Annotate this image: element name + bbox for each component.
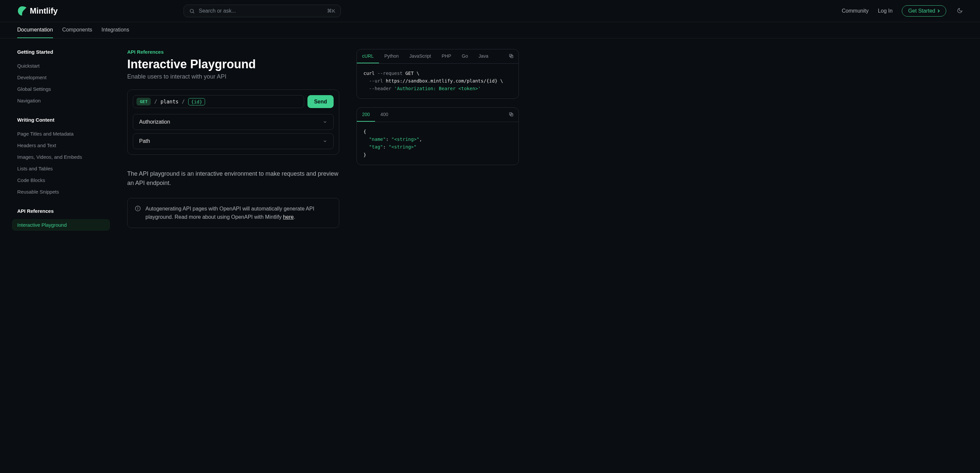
sidebar-heading: Writing Content xyxy=(17,117,110,123)
tab-python[interactable]: Python xyxy=(379,49,404,63)
page-title: Interactive Playground xyxy=(127,57,339,71)
response-code: { "name": "<string>", "tag": "<string>" … xyxy=(357,122,519,164)
tab-200[interactable]: 200 xyxy=(357,108,375,122)
response-code-block: 200 400 { "name": "<string>", "tag": "<s… xyxy=(356,107,519,165)
get-started-button[interactable]: Get Started xyxy=(902,5,946,17)
sidebar: Getting Started Quickstart Development G… xyxy=(17,49,110,241)
copy-icon xyxy=(509,53,514,59)
path-slash: / xyxy=(182,99,185,105)
copy-icon xyxy=(509,112,514,117)
copy-button[interactable] xyxy=(509,53,514,60)
header-nav: Community Log In Get Started xyxy=(842,5,963,17)
chevron-right-icon xyxy=(937,9,940,13)
main-content: API References Interactive Playground En… xyxy=(127,49,339,241)
sidebar-item-navigation[interactable]: Navigation xyxy=(17,95,110,107)
sidebar-item-development[interactable]: Development xyxy=(17,72,110,83)
sidebar-heading: Getting Started xyxy=(17,49,110,55)
breadcrumb[interactable]: API References xyxy=(127,49,339,55)
response-tabs: 200 400 xyxy=(357,108,519,122)
url-bar[interactable]: GET / plants / {id} xyxy=(133,95,304,108)
chevron-down-icon xyxy=(323,139,327,143)
svg-point-0 xyxy=(190,9,194,12)
sidebar-section-writing-content: Writing Content Page Titles and Metadata… xyxy=(17,117,110,197)
search-icon xyxy=(189,8,195,14)
sidebar-section-api-references: API References Interactive Playground xyxy=(17,208,110,231)
section-label: Authorization xyxy=(139,119,170,125)
copy-button[interactable] xyxy=(509,112,514,118)
info-icon xyxy=(135,205,141,212)
path-resource: plants xyxy=(161,99,178,105)
moon-icon xyxy=(957,8,963,14)
login-link[interactable]: Log In xyxy=(878,8,892,14)
callout-text: Autogenerating API pages with OpenAPI wi… xyxy=(145,205,332,221)
request-code-block: cURL Python JavaScript PHP Go Java curl … xyxy=(356,49,519,99)
sidebar-heading: API References xyxy=(17,208,110,214)
playground-request-row: GET / plants / {id} Send xyxy=(133,95,334,108)
header: Mintlify ⌘K Community Log In Get Started xyxy=(0,0,980,22)
path-slash: / xyxy=(154,99,157,105)
sidebar-item-lists[interactable]: Lists and Tables xyxy=(17,163,110,174)
tab-components[interactable]: Components xyxy=(62,22,92,38)
path-param-id[interactable]: {id} xyxy=(188,98,205,105)
chevron-down-icon xyxy=(323,119,327,124)
tab-javascript[interactable]: JavaScript xyxy=(404,49,436,63)
request-code: curl --request GET \ --url https://sandb… xyxy=(357,64,519,99)
callout-link[interactable]: here xyxy=(283,214,294,220)
logo-icon xyxy=(17,6,27,16)
svg-point-4 xyxy=(138,207,138,207)
nav-tabs: Documentation Components Integrations xyxy=(0,22,980,38)
sidebar-item-code-blocks[interactable]: Code Blocks xyxy=(17,174,110,186)
sidebar-item-images[interactable]: Images, Videos, and Embeds xyxy=(17,151,110,163)
logo[interactable]: Mintlify xyxy=(17,6,58,16)
sidebar-item-reusable-snippets[interactable]: Reusable Snippets xyxy=(17,186,110,197)
sidebar-item-interactive-playground[interactable]: Interactive Playground xyxy=(12,219,110,231)
request-tabs: cURL Python JavaScript PHP Go Java xyxy=(357,49,519,64)
sidebar-item-headers[interactable]: Headers and Text xyxy=(17,140,110,151)
theme-toggle[interactable] xyxy=(957,8,963,14)
section-path[interactable]: Path xyxy=(133,133,334,149)
sidebar-item-global-settings[interactable]: Global Settings xyxy=(17,83,110,95)
sidebar-item-page-titles[interactable]: Page Titles and Metadata xyxy=(17,128,110,140)
code-panel: cURL Python JavaScript PHP Go Java curl … xyxy=(356,49,519,241)
tab-integrations[interactable]: Integrations xyxy=(101,22,129,38)
sidebar-section-getting-started: Getting Started Quickstart Development G… xyxy=(17,49,110,107)
cta-label: Get Started xyxy=(908,8,935,14)
page-subtitle: Enable users to interact with your API xyxy=(127,73,339,80)
community-link[interactable]: Community xyxy=(842,8,869,14)
search-input[interactable] xyxy=(199,8,323,14)
sidebar-item-quickstart[interactable]: Quickstart xyxy=(17,60,110,72)
info-callout: Autogenerating API pages with OpenAPI wi… xyxy=(127,198,339,228)
playground-card: GET / plants / {id} Send Authorization P… xyxy=(127,89,339,155)
brand-name: Mintlify xyxy=(30,6,58,16)
tab-curl[interactable]: cURL xyxy=(357,49,379,63)
section-label: Path xyxy=(139,138,150,144)
section-authorization[interactable]: Authorization xyxy=(133,114,334,130)
search-box[interactable]: ⌘K xyxy=(183,5,341,17)
send-button[interactable]: Send xyxy=(307,95,334,108)
svg-line-1 xyxy=(193,12,194,13)
callout-after: . xyxy=(294,214,295,220)
tab-documentation[interactable]: Documentation xyxy=(17,22,53,38)
tab-java[interactable]: Java xyxy=(473,49,494,63)
tab-go[interactable]: Go xyxy=(457,49,473,63)
tab-php[interactable]: PHP xyxy=(436,49,457,63)
body-paragraph: The API playground is an interactive env… xyxy=(127,169,339,188)
method-badge: GET xyxy=(137,98,151,105)
tab-400[interactable]: 400 xyxy=(375,108,393,122)
search-shortcut: ⌘K xyxy=(327,8,335,14)
